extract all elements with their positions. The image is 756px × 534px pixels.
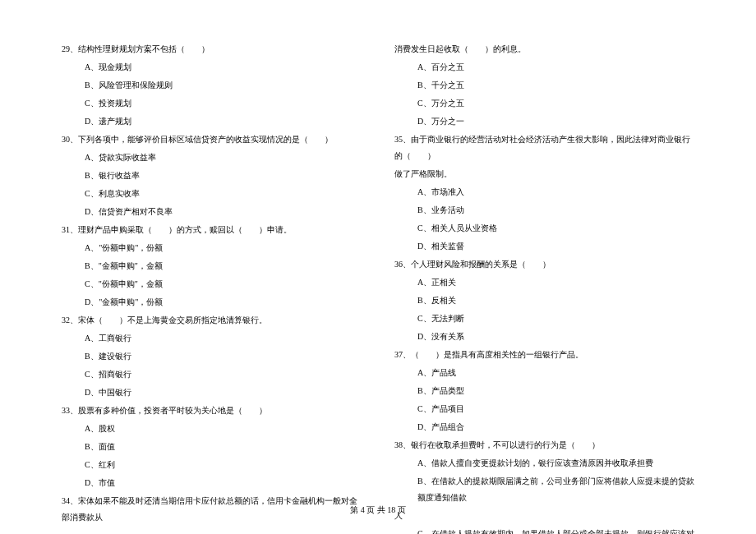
q32-text: 32、宋体（ ）不是上海黄金交易所指定地清算银行。	[62, 312, 362, 329]
q35-text: 35、由于商业银行的经营活动对社会经济活动产生很大影响，因此法律对商业银行的（ …	[394, 131, 694, 164]
q32-c: C、招商银行	[62, 366, 362, 383]
page-footer: 第 4 页 共 18 页	[0, 504, 756, 516]
q29-c: C、投资规划	[62, 95, 362, 112]
q33-a: A、股权	[62, 421, 362, 437]
q38-text: 38、银行在收取承担费时，不可以进行的行为是（ ）	[394, 437, 694, 453]
q32-d: D、中国银行	[62, 384, 362, 401]
q36-b: B、反相关	[394, 292, 694, 309]
right-column: 消费发生日起收取（ ）的利息。 A、百分之五 B、千分之五 C、万分之五 D、万…	[394, 41, 694, 534]
q35-c: C、相关人员从业资格	[394, 220, 694, 237]
q32-a: A、工商银行	[62, 330, 362, 347]
q37-d: D、产品组合	[394, 419, 694, 435]
q35-d: D、相关监督	[394, 238, 694, 255]
q29-b: B、风险管理和保险规则	[62, 77, 362, 94]
q35-b: B、业务活动	[394, 202, 694, 219]
q29-d: D、遗产规划	[62, 113, 362, 130]
q33-b: B、面值	[62, 439, 362, 455]
q31-text: 31、理财产品申购采取（ ）的方式，赎回以（ ）申请。	[62, 222, 362, 238]
q32-b: B、建设银行	[62, 348, 362, 365]
q30-text: 30、下列各项中，能够评价目标区域信贷资产的收益实现情况的是（ ）	[62, 131, 362, 148]
q30-a: A、贷款实际收益率	[62, 150, 362, 166]
q31-b: B、"金额申购"，金额	[62, 258, 362, 274]
q36-text: 36、个人理财风险和报酬的关系是（ ）	[394, 256, 694, 273]
q31-c: C、"份额申购"，金额	[62, 276, 362, 292]
q31-d: D、"金额申购"，份额	[62, 294, 362, 311]
q36-d: D、没有关系	[394, 329, 694, 345]
q37-b: B、产品类型	[394, 383, 694, 399]
q33-c: C、红利	[62, 457, 362, 473]
q37-c: C、产品项目	[394, 401, 694, 417]
left-column: 29、结构性理财规划方案不包括（ ） A、现金规划 B、风险管理和保险规则 C、…	[62, 41, 362, 534]
q29-text: 29、结构性理财规划方案不包括（ ）	[62, 41, 362, 58]
q30-c: C、利息实收率	[62, 186, 362, 202]
q37-text: 37、（ ）是指具有高度相关性的一组银行产品。	[394, 347, 694, 363]
q36-c: C、无法判断	[394, 311, 694, 327]
q35-cont: 做了严格限制。	[394, 166, 694, 182]
q38-c: C、在借款人提款有效期内，如果借款人部分或全部未提款，则银行就应该对未提部分在提	[394, 526, 694, 534]
q34-b: B、千分之五	[394, 77, 694, 94]
q38-b: B、在借款人的提款期限届满之前，公司业务部门应将借款人应提未提的贷款额度通知借款	[394, 473, 694, 506]
q30-b: B、银行收益率	[62, 168, 362, 184]
q34-a: A、百分之五	[394, 59, 694, 76]
q33-d: D、市值	[62, 475, 362, 491]
q34-cont: 消费发生日起收取（ ）的利息。	[394, 41, 694, 58]
q34-d: D、万分之一	[394, 113, 694, 130]
q37-a: A、产品线	[394, 365, 694, 381]
q33-text: 33、股票有多种价值，投资者平时较为关心地是（ ）	[62, 403, 362, 419]
q38-a: A、借款人擅自变更提款计划的，银行应该查清原因并收取承担费	[394, 455, 694, 472]
q31-a: A、"份额申购"，份额	[62, 240, 362, 256]
q34-c: C、万分之五	[394, 95, 694, 112]
q30-d: D、信贷资产相对不良率	[62, 204, 362, 220]
q29-a: A、现金规划	[62, 59, 362, 76]
q35-a: A、市场准入	[394, 184, 694, 200]
q36-a: A、正相关	[394, 274, 694, 291]
